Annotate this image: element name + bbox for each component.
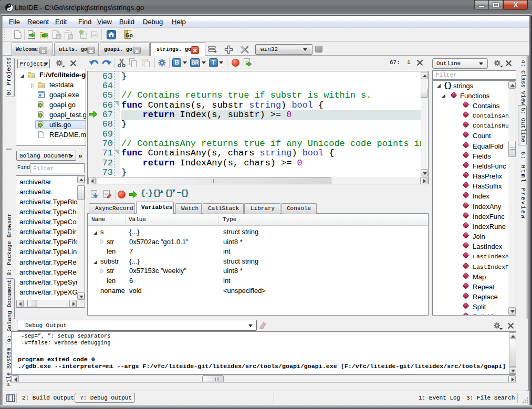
svg-text:Go: Go — [126, 33, 133, 38]
